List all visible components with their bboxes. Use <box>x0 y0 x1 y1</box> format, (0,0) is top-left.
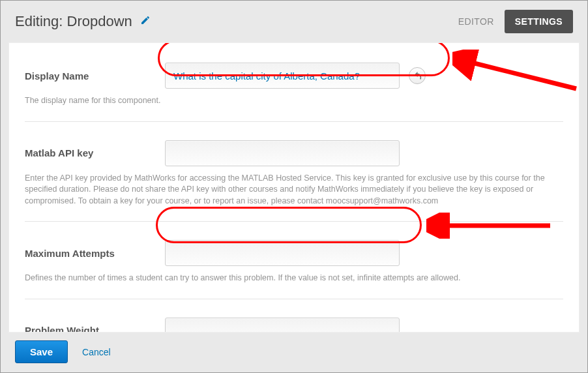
matlab-api-key-help: Enter the API key provided by MathWorks … <box>25 173 559 207</box>
display-name-help: The display name for this component. <box>25 95 559 107</box>
save-button[interactable]: Save <box>15 340 68 363</box>
setting-problem-weight: Problem Weight <box>25 314 563 333</box>
maximum-attempts-input[interactable] <box>165 240 400 266</box>
tab-settings[interactable]: SETTINGS <box>505 10 573 33</box>
maximum-attempts-label: Maximum Attempts <box>25 248 165 259</box>
setting-display-name: Display Name The display name for this c… <box>25 59 563 122</box>
setting-maximum-attempts: Maximum Attempts Defines the number of t… <box>25 236 563 299</box>
display-name-label: Display Name <box>25 70 165 82</box>
display-name-input[interactable] <box>165 63 400 89</box>
modal-header: Editing: Dropdown EDITOR SETTINGS <box>1 1 587 42</box>
problem-weight-input[interactable] <box>165 318 400 333</box>
problem-weight-label: Problem Weight <box>25 325 165 333</box>
settings-modal: Editing: Dropdown EDITOR SETTINGS Displa… <box>1 1 587 372</box>
modal-title: Editing: Dropdown <box>15 13 132 30</box>
settings-scroll-area[interactable]: Display Name The display name for this c… <box>8 42 580 333</box>
maximum-attempts-help: Defines the number of times a student ca… <box>25 273 559 284</box>
setting-matlab-api-key: Matlab API key Enter the API key provide… <box>25 136 563 222</box>
undo-icon[interactable] <box>409 67 426 84</box>
tab-editor[interactable]: EDITOR <box>448 10 505 33</box>
cancel-button[interactable]: Cancel <box>82 347 111 357</box>
matlab-api-key-label: Matlab API key <box>25 147 165 158</box>
pencil-icon[interactable] <box>140 15 151 28</box>
matlab-api-key-input[interactable] <box>165 140 400 166</box>
modal-footer: Save Cancel <box>1 333 587 372</box>
